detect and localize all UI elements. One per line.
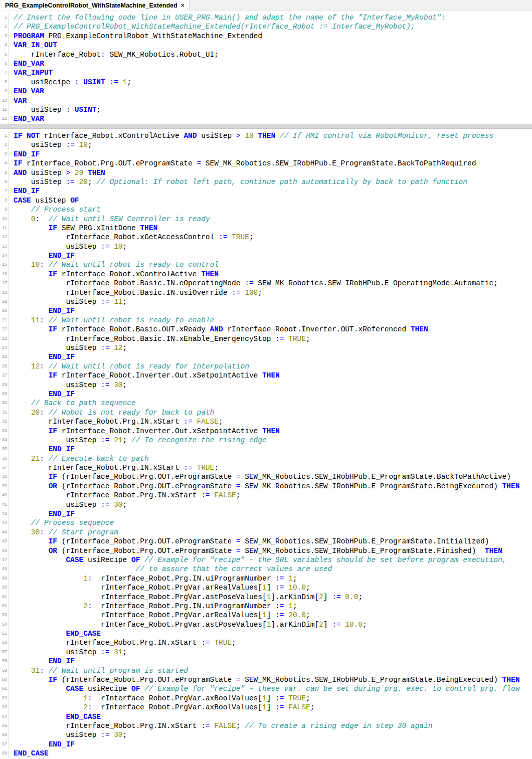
code-line[interactable]: 38 IF (rInterface_Robot.Prg.OUT.eProgram… xyxy=(0,472,532,481)
line-number: 43 xyxy=(0,518,9,527)
code-line[interactable]: 30 // Back to path sequence xyxy=(0,399,532,408)
code-line[interactable]: 44 30: // Start program xyxy=(0,528,532,537)
code-line[interactable]: 64 END_CASE xyxy=(0,712,532,721)
code-line[interactable]: 43 // Process sequence xyxy=(0,518,532,527)
line-number: 53 xyxy=(0,611,9,620)
code-line[interactable]: 17 rInterface_Robot.Basic.IN.eOperatingM… xyxy=(0,279,532,288)
code-line[interactable]: 11 IF SEW_PRG.xInitDone THEN xyxy=(0,224,532,233)
code-line[interactable]: 1IF NOT rInterface_Robot.xControlActive … xyxy=(0,131,532,140)
code-text: IF (rInterface_Robot.Prg.OUT.eProgramSta… xyxy=(14,675,519,684)
code-text: 31: // Wait until program is started xyxy=(14,666,188,675)
code-line[interactable]: 37 rInterface_Robot.Prg.IN.xStart := TRU… xyxy=(0,463,532,472)
code-line[interactable]: 58 END_IF xyxy=(0,657,532,666)
code-line[interactable]: 28 usiStep := 30; xyxy=(0,381,532,390)
code-line[interactable]: 10VAR xyxy=(0,96,532,105)
code-line[interactable]: 8 usiRecipe : USINT := 1; xyxy=(0,78,532,87)
code-line[interactable]: 29 END_IF xyxy=(0,390,532,399)
code-text: END_VAR xyxy=(14,87,44,96)
code-line[interactable]: 59 31: // Wait until program is started xyxy=(0,666,532,675)
line-number: 5 xyxy=(0,168,9,177)
code-line[interactable]: 41 usiStep := 30; xyxy=(0,500,532,509)
code-line[interactable]: 16 IF rInterface_Robot.xControlActive TH… xyxy=(0,270,532,279)
code-line[interactable]: 15 10: // Wait until robot is ready to c… xyxy=(0,260,532,269)
code-line[interactable]: 66 usiStep := 30; xyxy=(0,730,532,739)
code-line[interactable]: 11 usiStep : USINT; xyxy=(0,105,532,114)
code-line[interactable]: 13 usiStep := 10; xyxy=(0,242,532,251)
code-line[interactable]: 8CASE usiStep OF xyxy=(0,196,532,205)
code-line[interactable]: 24 usiStep := 12; xyxy=(0,343,532,352)
code-line[interactable]: 32 rInterface_Robot.Prg.IN.xStart := FAL… xyxy=(0,417,532,426)
code-line[interactable]: 3PROGRAM PRG_ExampleControlRobot_WithSta… xyxy=(0,32,532,41)
code-line[interactable]: 1// Insert the following code line in US… xyxy=(0,13,532,22)
code-line[interactable]: 65 rInterface_Robot.Prg.IN.xStart := FAL… xyxy=(0,721,532,730)
code-line[interactable]: 5AND usiStep > 29 THEN xyxy=(0,168,532,177)
code-line[interactable]: 53 rInterface_Robot.PrgVar.arRealValues[… xyxy=(0,611,532,620)
pane-splitter[interactable] xyxy=(0,124,532,129)
code-line[interactable]: 36 21: // Execute back to path xyxy=(0,454,532,463)
code-line[interactable]: 26 12: // Wait until robot is ready for … xyxy=(0,362,532,371)
code-line[interactable]: 5 rInterface_Robot: SEW_MK_Robotics.Robo… xyxy=(0,50,532,59)
code-line[interactable]: 4IF rInterface_Robot.Prg.OUT.eProgramSta… xyxy=(0,159,532,168)
code-line[interactable]: 45 IF (rInterface_Robot.Prg.OUT.eProgram… xyxy=(0,537,532,546)
tab-prg-example-control-robot[interactable]: PRG_ExampleControlRobot_WithStateMachine… xyxy=(0,0,190,11)
code-line[interactable]: 50 rInterface_Robot.PrgVar.arRealValues[… xyxy=(0,583,532,592)
code-line[interactable]: 51 rInterface_Robot.PrgVar.astPoseValues… xyxy=(0,593,532,602)
code-line[interactable]: 39 OR (rInterface_Robot.Prg.OUT.eProgram… xyxy=(0,482,532,491)
code-line[interactable]: 20 END_IF xyxy=(0,306,532,315)
code-line[interactable]: 40 rInterface_Robot.Prg.IN.xStart := FAL… xyxy=(0,491,532,500)
code-line[interactable]: 68END_CASE xyxy=(0,749,532,758)
code-line[interactable]: 3END_IF xyxy=(0,150,532,159)
code-line[interactable]: 67 END_IF xyxy=(0,740,532,749)
code-line[interactable]: 35 END_IF xyxy=(0,445,532,454)
code-text: CASE usiStep OF xyxy=(14,196,79,205)
code-line[interactable]: 56 rInterface_Robot.Prg.IN.xStart := TRU… xyxy=(0,638,532,647)
code-line[interactable]: 9END_VAR xyxy=(0,87,532,96)
code-text: usiStep := 21; // To recognize the risin… xyxy=(14,436,267,445)
implementation-editor[interactable]: 1IF NOT rInterface_Robot.xControlActive … xyxy=(0,129,532,759)
code-line[interactable]: 6END_VAR xyxy=(0,59,532,68)
code-line[interactable]: 14 END_IF xyxy=(0,251,532,260)
code-line[interactable]: 12 rInterface_Robot.xGetAccessControl :=… xyxy=(0,233,532,242)
code-line[interactable]: 22 IF rInterface_Robot.Basic.OUT.xReady … xyxy=(0,325,532,334)
code-line[interactable]: 4VAR_IN_OUT xyxy=(0,41,532,50)
code-text: VAR_IN_OUT xyxy=(14,41,57,50)
declaration-editor[interactable]: 1// Insert the following code line in US… xyxy=(0,11,532,124)
code-line[interactable]: 42 END_IF xyxy=(0,509,532,518)
code-line[interactable]: 61 CASE usiRecipe OF // Example for "rec… xyxy=(0,684,532,693)
code-line[interactable]: 23 rInterface_Robot.Basic.IN.xEnable_Eme… xyxy=(0,334,532,343)
code-line[interactable]: 34 usiStep := 21; // To recognize the ri… xyxy=(0,436,532,445)
code-line[interactable]: 60 IF (rInterface_Robot.Prg.OUT.eProgram… xyxy=(0,675,532,684)
code-line[interactable]: 48 // to assure that the correct values … xyxy=(0,564,532,574)
code-line[interactable]: 63 2: rInterface_Robot.PrgVar.axBoolValu… xyxy=(0,703,532,712)
code-line[interactable]: 2// PRG_ExampleControlRobot_WithStateMac… xyxy=(0,22,532,31)
code-line[interactable]: 7END_IF xyxy=(0,186,532,196)
code-line[interactable]: 6 usiStep := 20; // Optional: If robot l… xyxy=(0,177,532,186)
line-number: 11 xyxy=(0,105,9,114)
code-line[interactable]: 9 // Process start xyxy=(0,205,532,214)
code-line[interactable]: 54 rInterface_Robot.PrgVar.astPoseValues… xyxy=(0,620,532,629)
code-line[interactable]: 25 END_IF xyxy=(0,352,532,361)
code-text: usiStep := 30; xyxy=(14,381,127,390)
tab-bar: PRG_ExampleControlRobot_WithStateMachine… xyxy=(0,0,532,11)
code-text: usiStep := 30; xyxy=(14,500,127,509)
code-text: IF rInterface_Robot.xControlActive THEN xyxy=(14,270,219,279)
code-line[interactable]: 21 11: // Wait until robot is ready to e… xyxy=(0,316,532,325)
code-line[interactable]: 7VAR_INPUT xyxy=(0,68,532,77)
code-line[interactable]: 12END_VAR xyxy=(0,114,532,123)
code-line[interactable]: 49 1: rInterface_Robot.Prg.IN.uiProgramN… xyxy=(0,574,532,583)
code-text: usiStep := 11; xyxy=(14,297,127,306)
code-line[interactable]: 31 20: // Robot is not ready for back to… xyxy=(0,408,532,417)
code-line[interactable]: 52 2: rInterface_Robot.Prg.IN.uiProgramN… xyxy=(0,602,532,611)
tab-close-icon[interactable]: × xyxy=(181,3,185,9)
code-line[interactable]: 55 END_CASE xyxy=(0,629,532,638)
code-line[interactable]: 62 1: rInterface_Robot.PrgVar.axBoolValu… xyxy=(0,694,532,703)
code-line[interactable]: 46 OR (rInterface_Robot.Prg.OUT.eProgram… xyxy=(0,546,532,555)
code-line[interactable]: 19 usiStep := 11; xyxy=(0,297,532,306)
code-line[interactable]: 10 0: // Wait until SEW Controller is re… xyxy=(0,215,532,224)
code-line[interactable]: 18 rInterface_Robot.Basic.IN.usiOverride… xyxy=(0,288,532,297)
code-line[interactable]: 57 usiStep := 31; xyxy=(0,648,532,657)
code-line[interactable]: 2 usiStep := 10; xyxy=(0,140,532,149)
code-line[interactable]: 33 IF rInterface_Robot.Inverter.Out.xSet… xyxy=(0,427,532,436)
code-line[interactable]: 27 IF rInterface_Robot.Inverter.Out.xSet… xyxy=(0,371,532,380)
code-line[interactable]: 47 CASE usiRecipe OF // Example for "rec… xyxy=(0,555,532,564)
